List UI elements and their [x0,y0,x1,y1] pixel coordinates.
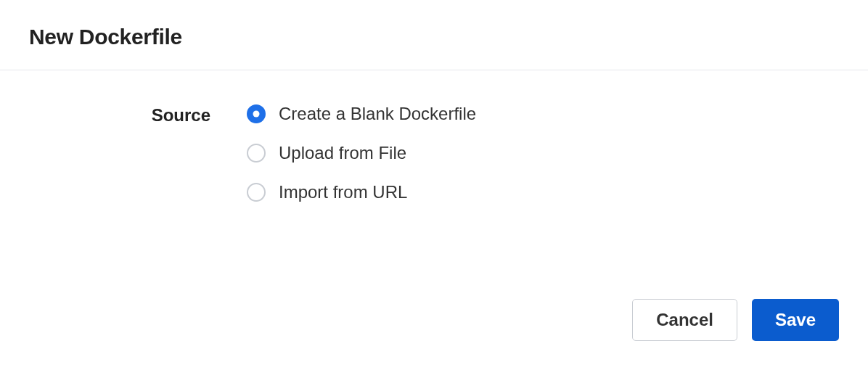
dialog-header: New Dockerfile [0,0,868,70]
radio-label: Import from URL [279,182,407,202]
dialog-body: Source Create a Blank Dockerfile Upload … [0,70,868,236]
new-dockerfile-dialog: New Dockerfile Source Create a Blank Doc… [0,0,868,370]
radio-circle-icon [247,104,266,123]
form-label-column: Source [29,104,247,126]
radio-option-import-url[interactable]: Import from URL [247,182,839,202]
radio-option-upload-file[interactable]: Upload from File [247,143,839,163]
radio-label: Create a Blank Dockerfile [279,104,476,124]
cancel-button[interactable]: Cancel [632,299,737,341]
source-radio-group: Create a Blank Dockerfile Upload from Fi… [247,104,839,202]
radio-circle-icon [247,183,266,202]
dialog-title: New Dockerfile [29,25,839,49]
radio-circle-icon [247,144,266,163]
form-control-column: Create a Blank Dockerfile Upload from Fi… [247,104,839,202]
radio-option-create-blank[interactable]: Create a Blank Dockerfile [247,104,839,124]
source-form-row: Source Create a Blank Dockerfile Upload … [29,104,839,202]
radio-label: Upload from File [279,143,406,163]
save-button[interactable]: Save [752,299,839,341]
dialog-footer: Cancel Save [632,299,839,341]
source-label: Source [152,105,210,125]
